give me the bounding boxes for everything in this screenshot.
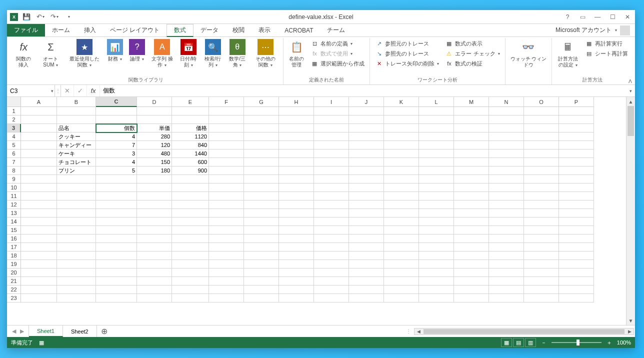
cell-A14[interactable] — [21, 218, 57, 226]
cell-J15[interactable] — [349, 226, 384, 234]
cell-N21[interactable] — [489, 277, 524, 286]
row-header-11[interactable]: 11 — [7, 192, 21, 200]
cell-G9[interactable] — [244, 175, 279, 184]
cell-M4[interactable] — [454, 132, 489, 141]
row-header-10[interactable]: 10 — [7, 184, 21, 192]
cell-I11[interactable] — [314, 192, 349, 200]
cell-E23[interactable] — [172, 294, 209, 302]
column-header-K[interactable]: K — [384, 97, 419, 107]
cell-F14[interactable] — [209, 218, 244, 226]
cell-C2[interactable] — [96, 116, 137, 124]
cell-A18[interactable] — [21, 252, 57, 260]
name-manager-button[interactable]: 📋名前の 管理 — [286, 38, 306, 69]
cell-G17[interactable] — [244, 243, 279, 252]
row-header-3[interactable]: 3 — [7, 124, 21, 132]
cell-D9[interactable] — [137, 175, 172, 184]
cell-L11[interactable] — [419, 192, 454, 200]
cell-P11[interactable] — [559, 192, 594, 200]
cell-H15[interactable] — [279, 226, 314, 234]
cell-M17[interactable] — [454, 243, 489, 252]
tab-view[interactable]: 表示 — [252, 24, 278, 36]
tab-formulas[interactable]: 数式 — [166, 24, 194, 37]
cell-C6[interactable]: 3 — [96, 150, 137, 158]
cell-K11[interactable] — [384, 192, 419, 200]
cell-F7[interactable] — [209, 158, 244, 166]
cell-P7[interactable] — [559, 158, 594, 166]
cell-E5[interactable]: 840 — [172, 141, 209, 150]
column-header-M[interactable]: M — [454, 97, 489, 107]
cell-E1[interactable] — [172, 107, 209, 116]
cell-B10[interactable] — [57, 184, 96, 192]
cell-G16[interactable] — [244, 234, 279, 243]
cell-B21[interactable] — [57, 277, 96, 286]
row-header-1[interactable]: 1 — [7, 107, 21, 116]
cell-D14[interactable] — [137, 218, 172, 226]
row-header-5[interactable]: 5 — [7, 141, 21, 150]
cell-A22[interactable] — [21, 286, 57, 294]
cell-L7[interactable] — [419, 158, 454, 166]
cell-O12[interactable] — [524, 200, 559, 209]
cell-H14[interactable] — [279, 218, 314, 226]
cell-N11[interactable] — [489, 192, 524, 200]
cell-J7[interactable] — [349, 158, 384, 166]
cell-N7[interactable] — [489, 158, 524, 166]
cell-P3[interactable] — [559, 124, 594, 132]
cell-O23[interactable] — [524, 294, 559, 302]
cell-E9[interactable] — [172, 175, 209, 184]
cell-J20[interactable] — [349, 268, 384, 277]
cell-L21[interactable] — [419, 277, 454, 286]
cell-K14[interactable] — [384, 218, 419, 226]
cell-M8[interactable] — [454, 166, 489, 175]
cell-E2[interactable] — [172, 116, 209, 124]
cell-D16[interactable] — [137, 234, 172, 243]
column-header-B[interactable]: B — [57, 97, 96, 107]
cell-M19[interactable] — [454, 260, 489, 268]
cell-P13[interactable] — [559, 209, 594, 218]
scroll-up-button[interactable]: ▲ — [626, 97, 635, 106]
cell-O6[interactable] — [524, 150, 559, 158]
cell-D19[interactable] — [137, 260, 172, 268]
cell-K13[interactable] — [384, 209, 419, 218]
cell-A9[interactable] — [21, 175, 57, 184]
cell-D2[interactable] — [137, 116, 172, 124]
cell-I18[interactable] — [314, 252, 349, 260]
cell-D17[interactable] — [137, 243, 172, 252]
cell-J5[interactable] — [349, 141, 384, 150]
cell-H21[interactable] — [279, 277, 314, 286]
cell-P15[interactable] — [559, 226, 594, 234]
cell-B2[interactable] — [57, 116, 96, 124]
cell-O1[interactable] — [524, 107, 559, 116]
cell-D1[interactable] — [137, 107, 172, 116]
cell-F9[interactable] — [209, 175, 244, 184]
cell-I23[interactable] — [314, 294, 349, 302]
cell-L13[interactable] — [419, 209, 454, 218]
cell-P5[interactable] — [559, 141, 594, 150]
cell-I14[interactable] — [314, 218, 349, 226]
cell-I19[interactable] — [314, 260, 349, 268]
cell-J10[interactable] — [349, 184, 384, 192]
cell-D15[interactable] — [137, 226, 172, 234]
cell-M5[interactable] — [454, 141, 489, 150]
page-break-view-button[interactable]: ▥ — [525, 338, 536, 347]
cell-H5[interactable] — [279, 141, 314, 150]
cell-J9[interactable] — [349, 175, 384, 184]
cell-C15[interactable] — [96, 226, 137, 234]
cell-O11[interactable] — [524, 192, 559, 200]
cell-F6[interactable] — [209, 150, 244, 158]
cell-A3[interactable] — [21, 124, 57, 132]
cell-O22[interactable] — [524, 286, 559, 294]
cell-F20[interactable] — [209, 268, 244, 277]
cell-A13[interactable] — [21, 209, 57, 218]
cell-I6[interactable] — [314, 150, 349, 158]
cell-J16[interactable] — [349, 234, 384, 243]
cell-B23[interactable] — [57, 294, 96, 302]
cell-B16[interactable] — [57, 234, 96, 243]
cell-F15[interactable] — [209, 226, 244, 234]
cell-B14[interactable] — [57, 218, 96, 226]
cell-N8[interactable] — [489, 166, 524, 175]
cell-P4[interactable] — [559, 132, 594, 141]
cell-M11[interactable] — [454, 192, 489, 200]
tab-home[interactable]: ホーム — [45, 24, 77, 36]
cell-J18[interactable] — [349, 252, 384, 260]
cell-N14[interactable] — [489, 218, 524, 226]
